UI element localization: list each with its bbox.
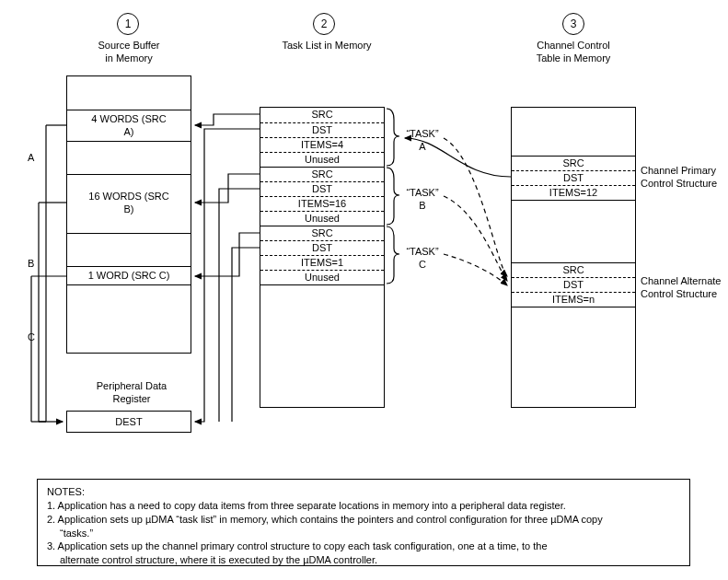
connector-layer [0, 0, 728, 580]
diagram-canvas: 1 Source Buffer in Memory 2 Task List in… [0, 0, 728, 580]
